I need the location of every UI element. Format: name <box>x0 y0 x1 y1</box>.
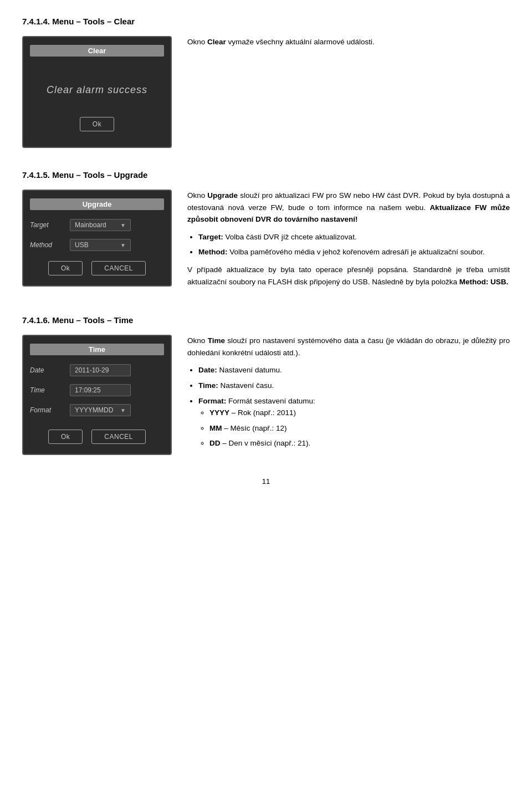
clear-dvr-title: Clear <box>30 45 164 57</box>
time-time-label: Time <box>30 386 64 394</box>
time-format-arrow: ▼ <box>120 407 126 413</box>
time-format-row: Format YYYYMMDD ▼ <box>30 404 164 416</box>
upgrade-target-value[interactable]: Mainboard ▼ <box>70 219 131 231</box>
section-clear: Clear Clear alarm success Ok Okno Clear … <box>22 36 510 148</box>
time-date-value: 2011-10-29 <box>70 364 131 376</box>
upgrade-cancel-button[interactable]: CANCEL <box>91 261 146 275</box>
upgrade-dvr-screen: Upgrade Target Mainboard ▼ Method USB ▼ … <box>22 190 172 287</box>
upgrade-target-row: Target Mainboard ▼ <box>30 219 164 231</box>
upgrade-method-row: Method USB ▼ <box>30 239 164 251</box>
clear-success-text: Clear alarm success <box>47 84 147 96</box>
upgrade-method-arrow: ▼ <box>120 242 126 248</box>
clear-ok-button[interactable]: Ok <box>80 117 114 131</box>
upgrade-target-arrow: ▼ <box>120 222 126 228</box>
time-dvr-screen: Time Date 2011-10-29 Time 17:09:25 Forma… <box>22 335 172 455</box>
upgrade-dvr-title: Upgrade <box>30 198 164 210</box>
time-ok-button[interactable]: Ok <box>48 430 83 444</box>
time-description: Okno Time slouží pro nastavení systémové… <box>187 335 510 455</box>
page-number: 11 <box>22 477 510 486</box>
upgrade-ok-button[interactable]: Ok <box>48 261 83 275</box>
time-cancel-button[interactable]: CANCEL <box>91 430 146 444</box>
upgrade-description: Okno Upgrade slouží pro aktualizaci FW p… <box>187 190 510 293</box>
clear-description: Okno Clear vymaže všechny aktuální alarm… <box>187 36 510 54</box>
clear-dvr-screen: Clear Clear alarm success Ok <box>22 36 172 148</box>
time-format-value[interactable]: YYYYMMDD ▼ <box>70 404 131 416</box>
upgrade-method-label: Method <box>30 241 64 249</box>
time-date-row: Date 2011-10-29 <box>30 364 164 376</box>
section-upgrade-heading: 7.4.1.5. Menu – Tools – Upgrade <box>22 170 510 180</box>
time-time-row: Time 17:09:25 <box>30 384 164 396</box>
time-date-label: Date <box>30 366 64 374</box>
upgrade-method-value[interactable]: USB ▼ <box>70 239 131 251</box>
upgrade-target-label: Target <box>30 221 64 229</box>
section-time: Time Date 2011-10-29 Time 17:09:25 Forma… <box>22 335 510 455</box>
section-upgrade: Upgrade Target Mainboard ▼ Method USB ▼ … <box>22 190 510 293</box>
time-format-label: Format <box>30 406 64 414</box>
section-time-heading: 7.4.1.6. Menu – Tools – Time <box>22 315 510 325</box>
section-clear-heading: 7.4.1.4. Menu – Tools – Clear <box>22 17 510 26</box>
time-dvr-title: Time <box>30 344 164 355</box>
time-time-value: 17:09:25 <box>70 384 131 396</box>
